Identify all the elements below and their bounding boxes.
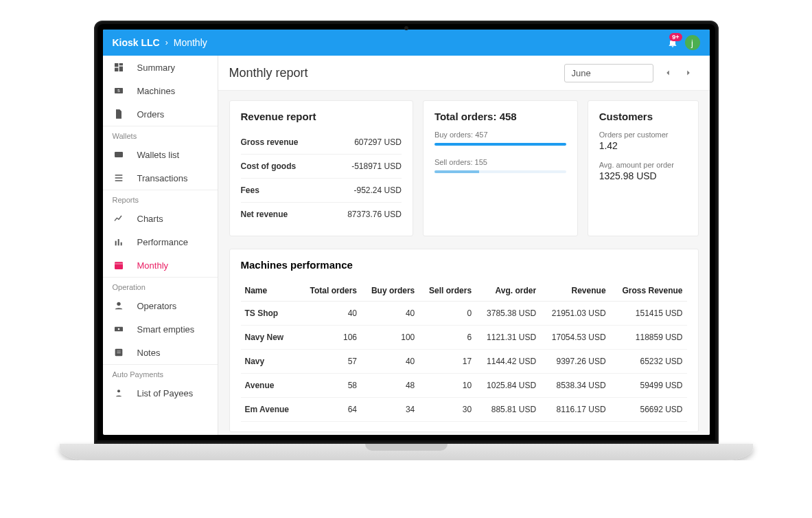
sidebar-section-auto-payments: Auto Payments <box>103 364 218 381</box>
svg-point-16 <box>117 390 120 392</box>
sidebar-section-reports: Reports <box>103 190 218 207</box>
table-cell: 1121.31 USD <box>476 326 540 350</box>
table-cell: 40 <box>361 350 419 374</box>
prev-month-button[interactable] <box>658 63 678 83</box>
sidebar-item-label: Monthly <box>137 260 169 271</box>
table-cell: Navy <box>241 350 300 374</box>
orders-card: Total orders: 458 Buy orders: 457 <box>423 100 578 236</box>
table-cell: 58 <box>299 374 361 398</box>
sidebar-item-wallets-list[interactable]: Wallets list <box>103 143 218 166</box>
sidebar-item-notes[interactable]: Notes <box>103 341 218 364</box>
revenue-row-label: Gross revenue <box>241 137 299 147</box>
table-header: Gross Revenue <box>610 280 687 302</box>
table-cell: 48 <box>361 374 419 398</box>
sidebar-item-label: Notes <box>137 348 161 358</box>
page-header: Monthly report <box>218 56 710 91</box>
sidebar-item-smart-empties[interactable]: Smart empties <box>103 317 218 341</box>
sidebar: Summary5MachinesOrdersWalletsWallets lis… <box>103 56 218 435</box>
svg-rect-8 <box>115 241 116 246</box>
table-row: Navy New10610061121.31 USD17054.53 USD11… <box>241 326 687 350</box>
sidebar-item-label: Wallets list <box>137 150 180 160</box>
table-header: Buy orders <box>361 280 419 302</box>
table-cell: 6 <box>419 326 476 350</box>
table-cell: 0 <box>419 302 476 326</box>
sidebar-item-summary[interactable]: Summary <box>103 56 218 79</box>
table-cell: 65232 USD <box>610 350 687 374</box>
svg-rect-1 <box>119 63 122 65</box>
table-cell: 118859 USD <box>610 326 687 350</box>
note-icon <box>113 347 125 358</box>
orders-per-customer-value: 1.42 <box>599 140 687 151</box>
table-cell: 30 <box>419 398 476 422</box>
table-header: Sell orders <box>419 280 476 302</box>
svg-rect-15 <box>115 349 122 357</box>
notification-bell[interactable]: 9+ <box>667 37 678 48</box>
brand[interactable]: Kiosk LLC <box>113 37 160 48</box>
revenue-row: Net revenue87373.76 USD <box>241 203 402 226</box>
sidebar-item-transactions[interactable]: Transactions <box>103 166 218 190</box>
sidebar-item-orders[interactable]: Orders <box>103 102 218 126</box>
table-cell: 9397.26 USD <box>540 350 610 374</box>
table-cell: 3785.38 USD <box>476 302 540 326</box>
table-cell: 40 <box>299 302 361 326</box>
performance-table: NameTotal ordersBuy ordersSell ordersAvg… <box>241 280 687 422</box>
avg-amount-value: 1325.98 USD <box>599 170 687 181</box>
sidebar-item-label: List of Payees <box>137 388 194 398</box>
revenue-row-value: 87373.76 USD <box>347 210 402 219</box>
month-select[interactable] <box>564 64 653 82</box>
table-cell: 106 <box>299 326 361 350</box>
sell-orders-progress <box>434 170 566 173</box>
table-row: Em Avenue643430885.81 USD8116.17 USD5669… <box>241 398 687 422</box>
sidebar-item-label: Charts <box>137 214 163 224</box>
svg-rect-10 <box>120 243 121 246</box>
table-cell: 21951.03 USD <box>540 302 610 326</box>
sidebar-item-label: Machines <box>137 86 176 96</box>
table-cell: Navy New <box>241 326 300 350</box>
person-icon <box>113 387 125 398</box>
sidebar-item-label: Summary <box>137 63 176 73</box>
sidebar-item-machines[interactable]: 5Machines <box>103 79 218 102</box>
table-cell: TS Shop <box>241 302 300 326</box>
sidebar-section-operation: Operation <box>103 277 218 294</box>
sidebar-item-charts[interactable]: Charts <box>103 207 218 230</box>
svg-rect-3 <box>115 68 118 71</box>
table-header: Revenue <box>540 280 610 302</box>
revenue-row-label: Net revenue <box>241 210 288 219</box>
revenue-row-label: Fees <box>241 185 259 195</box>
topbar: Kiosk LLC › Monthly 9+ j <box>103 30 710 56</box>
svg-rect-7 <box>119 154 123 156</box>
dashboard-icon <box>113 62 125 73</box>
breadcrumb-current[interactable]: Monthly <box>174 37 207 48</box>
table-cell: 8538.34 USD <box>540 374 610 398</box>
sidebar-item-label: Smart empties <box>137 324 195 335</box>
customers-card-title: Customers <box>599 111 687 122</box>
table-cell: 151415 USD <box>610 302 687 326</box>
file-icon <box>113 109 125 120</box>
sidebar-item-operators[interactable]: Operators <box>103 294 218 317</box>
next-month-button[interactable] <box>678 63 699 83</box>
buy-orders-progress <box>434 143 566 146</box>
revenue-card: Revenue report Gross revenue607297 USDCo… <box>229 100 413 236</box>
chevron-right-icon <box>684 68 693 78</box>
table-cell: 40 <box>361 302 419 326</box>
revenue-row: Gross revenue607297 USD <box>241 131 402 155</box>
table-cell: Em Avenue <box>241 398 300 422</box>
svg-rect-0 <box>115 63 118 67</box>
sidebar-item-performance[interactable]: Performance <box>103 230 218 254</box>
revenue-row-value: 607297 USD <box>354 137 402 147</box>
main-content: Monthly report <box>218 56 710 435</box>
svg-rect-11 <box>115 262 123 269</box>
sidebar-item-label: Performance <box>137 237 188 247</box>
table-cell: 10 <box>419 374 476 398</box>
sidebar-item-monthly[interactable]: Monthly <box>103 254 218 277</box>
svg-rect-9 <box>117 239 119 245</box>
table-header: Avg. order <box>476 280 540 302</box>
sidebar-item-list-of-payees[interactable]: List of Payees <box>103 381 218 405</box>
sell-orders-label: Sell orders: 155 <box>434 158 566 166</box>
avatar[interactable]: j <box>685 35 700 50</box>
orders-per-customer-label: Orders per customer <box>599 131 687 139</box>
table-row: Navy5740171144.42 USD9397.26 USD65232 US… <box>241 350 687 374</box>
sidebar-item-label: Operators <box>137 301 177 311</box>
wallet-icon <box>113 149 125 160</box>
sidebar-item-label: Orders <box>137 109 165 120</box>
